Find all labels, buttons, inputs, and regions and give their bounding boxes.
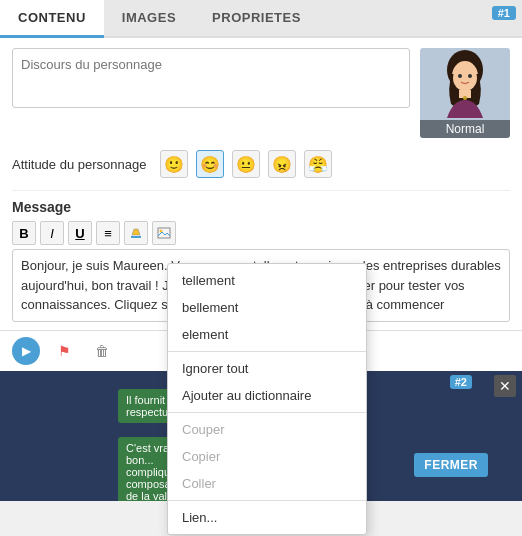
message-section: Message B I U ≡ B (12, 190, 510, 322)
speech-input[interactable] (12, 48, 410, 108)
tab-contenu[interactable]: CONTENU (0, 0, 104, 38)
context-menu-divider-1 (168, 351, 366, 352)
attitude-row: Attitude du personnage 🙂 😊 😐 😠 😤 (12, 146, 510, 182)
bold-button[interactable]: B (12, 221, 36, 245)
fermer-button[interactable]: FERMER (414, 453, 488, 477)
svg-point-3 (458, 74, 462, 78)
context-menu-divider-3 (168, 500, 366, 501)
emoji-btn-neutral[interactable]: 😐 (232, 150, 260, 178)
tab-images[interactable]: IMAGES (104, 0, 194, 36)
italic-button[interactable]: I (40, 221, 64, 245)
svg-point-6 (463, 96, 467, 100)
attitude-label: Attitude du personnage (12, 157, 146, 172)
character-row: Normal (12, 48, 510, 138)
context-menu-divider-2 (168, 412, 366, 413)
context-menu-item-copy: Copier (168, 443, 366, 470)
underline-button[interactable]: U (68, 221, 92, 245)
context-menu-item-paste: Coller (168, 470, 366, 497)
message-text-wrapper: Bonjour, je suis Maureen. Vous en avez t… (12, 249, 510, 322)
context-menu: tellement bellement element Ignorer tout… (167, 263, 367, 535)
message-title: Message (12, 199, 510, 215)
svg-rect-9 (158, 228, 170, 238)
context-menu-item-link[interactable]: Lien... (168, 504, 366, 531)
emoji-btn-happy[interactable]: 🙂 (160, 150, 188, 178)
image-icon (157, 226, 171, 240)
badge-2: #2 (450, 375, 472, 389)
list-button[interactable]: ≡ (96, 221, 120, 245)
pencil-icon (129, 226, 143, 240)
main-panel: Normal Attitude du personnage 🙂 😊 😐 😠 😤 … (0, 38, 522, 330)
close-canvas-button[interactable]: ✕ (494, 375, 516, 397)
character-avatar: Normal (420, 48, 510, 138)
context-menu-item-ignore[interactable]: Ignorer tout (168, 355, 366, 382)
emoji-btn-smile[interactable]: 😊 (196, 150, 224, 178)
play-button[interactable]: ▶ (12, 337, 40, 365)
badge-1: #1 (492, 6, 516, 20)
svg-point-4 (468, 74, 472, 78)
flag-button[interactable]: ⚑ (50, 337, 78, 365)
message-toolbar: B I U ≡ (12, 221, 510, 245)
avatar-figure (425, 48, 505, 120)
context-menu-item-bellement[interactable]: bellement (168, 294, 366, 321)
context-menu-item-cut: Couper (168, 416, 366, 443)
context-menu-item-tellement[interactable]: tellement (168, 267, 366, 294)
svg-marker-8 (132, 229, 140, 235)
highlight-button[interactable] (124, 221, 148, 245)
image-button[interactable] (152, 221, 176, 245)
emoji-btn-angry[interactable]: 😠 (268, 150, 296, 178)
svg-point-2 (453, 65, 477, 91)
avatar-label: Normal (420, 120, 510, 138)
context-menu-item-add-dict[interactable]: Ajouter au dictionnaire (168, 382, 366, 409)
context-menu-item-element[interactable]: element (168, 321, 366, 348)
tab-bar: CONTENU IMAGES PROPRIETES #1 (0, 0, 522, 38)
emoji-btn-furious[interactable]: 😤 (304, 150, 332, 178)
svg-rect-7 (131, 236, 141, 238)
trash-button[interactable]: 🗑 (88, 337, 116, 365)
tab-proprietes[interactable]: PROPRIETES (194, 0, 319, 36)
